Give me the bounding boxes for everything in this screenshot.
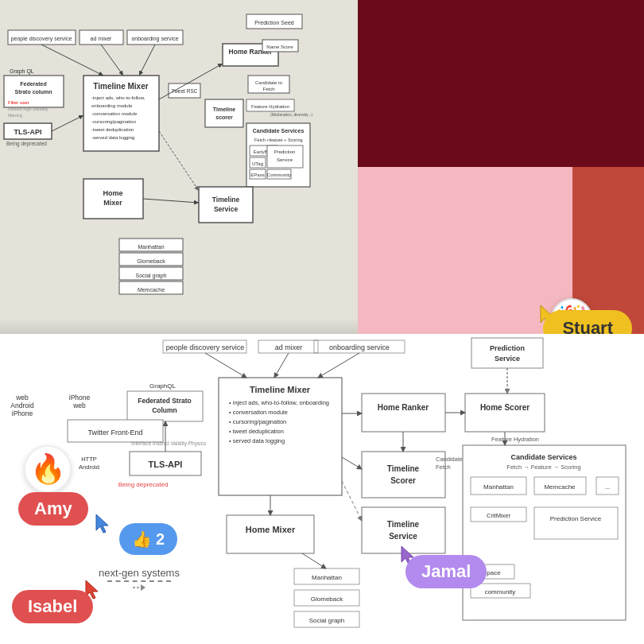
svg-text:• inject ads, who-to-follow, o: • inject ads, who-to-follow, onboarding [229,399,329,406]
svg-line-151 [318,353,359,378]
svg-text:Interface  Instinct  Validity : Interface Instinct Validity Physics [131,440,207,447]
svg-text:HTTP: HTTP [81,456,97,463]
svg-text:web: web [72,402,86,409]
svg-line-161 [302,553,326,568]
svg-text:Manhattan: Manhattan [138,244,164,250]
svg-text:• served data logging: • served data logging [229,437,285,444]
svg-text:Memcache: Memcache [138,287,165,293]
svg-text:Glomeback: Glomeback [137,258,165,264]
svg-text:-conversation module: -conversation module [91,111,138,116]
flame-icon: 🔥 [24,445,72,493]
svg-text:Home Mixer: Home Mixer [246,525,296,534]
svg-text:Tweet RSC: Tweet RSC [172,88,198,94]
svg-text:-tweet deduplication: -tweet deduplication [91,127,134,132]
svg-text:TLS-API: TLS-API [14,128,42,136]
svg-text:web: web [15,394,29,402]
next-gen-label: next-gen systems [91,567,187,593]
thumbs-up-icon: 👍 [132,530,152,549]
svg-text:GraphQL: GraphQL [149,382,176,390]
svg-text:Scorer: Scorer [390,476,416,485]
svg-text:Fetch +feature + Scoring: Fetch +feature + Scoring [254,138,303,142]
svg-text:Being deprecated: Being deprecated [6,141,47,147]
svg-text:Candidate Services: Candidate Services [253,128,305,134]
svg-text:EPass: EPass [250,173,264,177]
svg-text:Fetch: Fetch [436,464,451,471]
svg-rect-113 [465,394,545,432]
svg-rect-111 [362,394,445,432]
svg-text:Home: Home [103,189,122,197]
svg-text:filtering: filtering [8,113,22,118]
svg-text:Strato column: Strato column [14,89,52,95]
svg-text:• tweet deduplication: • tweet deduplication [229,428,284,435]
svg-rect-24 [205,99,243,127]
jamal-badge[interactable]: Jamal [405,555,487,588]
svg-text:Android: Android [79,464,99,471]
svg-text:Service: Service [214,205,239,213]
svg-text:Timeline: Timeline [387,464,420,473]
svg-text:Social graph: Social graph [136,273,167,279]
svg-text:iPhone: iPhone [12,409,33,417]
svg-text:Fetch → Feature → Scoring: Fetch → Feature → Scoring [506,464,580,471]
svg-text:Community: Community [267,173,291,177]
svg-text:Prediction: Prediction [274,149,296,154]
svg-text:Manhattan: Manhattan [483,483,514,491]
svg-text:Manhattan: Manhattan [312,574,342,581]
svg-text:Prediction Service: Prediction Service [550,515,602,522]
svg-text:onboarding service: onboarding service [329,343,390,351]
svg-text:ad mixer: ad mixer [275,343,303,351]
svg-text:Timeline: Timeline [213,107,235,112]
stuart-badge[interactable]: Stuart [543,310,632,334]
svg-rect-137 [534,507,618,539]
svg-text:-inject ads, who-to-follow,: -inject ads, who-to-follow, [91,95,145,100]
svg-text:Prediction Seed: Prediction Seed [254,20,294,25]
svg-text:Candidate to: Candidate to [255,80,283,85]
svg-line-154 [342,457,362,469]
svg-text:Timeline Mixer: Timeline Mixer [93,82,148,91]
like-button[interactable]: 👍 2 [119,523,177,555]
svg-text:scorer: scorer [215,114,233,120]
svg-text:Feature Hydration: Feature Hydration [251,104,289,109]
svg-text:people discovery service: people discovery service [11,36,72,42]
svg-text:(Moderation, diversity...): (Moderation, diversity...) [270,112,313,117]
svg-text:...: ... [605,483,611,491]
svg-text:Federated Strato: Federated Strato [138,397,192,405]
svg-text:Column: Column [152,406,177,414]
svg-text:Feature Hydration: Feature Hydration [491,436,539,443]
cursor-amy [94,513,111,538]
svg-text:TLS-API: TLS-API [149,460,183,469]
svg-text:Home Ranker: Home Ranker [378,403,429,412]
svg-text:context high-visibility: context high-visibility [8,107,48,111]
svg-text:Candidate Services: Candidate Services [510,453,576,461]
amy-badge[interactable]: Amy [18,492,88,526]
svg-text:ad mixer: ad mixer [91,36,113,41]
svg-text:community: community [485,588,516,596]
svg-text:CritMixer: CritMixer [487,512,510,519]
svg-text:onboarding service: onboarding service [131,36,178,42]
svg-text:Name Score: Name Score [266,45,293,49]
svg-text:Twitter Front-End: Twitter Front-End [87,429,142,436]
svg-text:Home Scorer: Home Scorer [480,403,530,412]
svg-text:Social graph: Social graph [309,617,344,624]
svg-rect-104 [219,378,342,495]
svg-text:Timeline: Timeline [212,196,240,204]
svg-text:Candidate: Candidate [436,456,463,463]
svg-text:• cursoring/pagination: • cursoring/pagination [229,418,286,425]
svg-text:UTag: UTag [252,161,263,166]
svg-text:Graph QL: Graph QL [10,68,34,75]
svg-text:Memcache: Memcache [544,483,576,491]
whiteboard-photo: people discovery service ad mixer onboar… [0,0,358,334]
svg-text:Being deprecated: Being deprecated [118,481,169,488]
svg-text:• conversation module: • conversation module [229,409,288,416]
svg-text:onboarding module: onboarding module [91,103,133,108]
svg-text:Service: Service [495,355,520,363]
svg-rect-84 [471,338,543,368]
color-block-dark-red [358,0,644,167]
svg-rect-116 [362,452,445,498]
isabel-badge[interactable]: Isabel [12,590,93,623]
svg-text:Android: Android [10,402,34,409]
svg-text:people discovery service: people discovery service [166,343,245,351]
svg-line-149 [205,353,246,378]
svg-text:Timeline: Timeline [387,520,420,529]
svg-text:Service: Service [277,157,293,162]
svg-line-156 [342,481,362,521]
